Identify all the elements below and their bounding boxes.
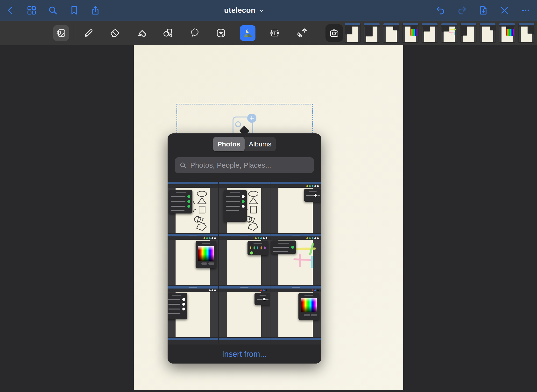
- mini-popup-title: [230, 192, 240, 193]
- mini-toolbar: [219, 289, 270, 292]
- tab-albums[interactable]: Albums: [245, 137, 276, 151]
- highlighter-tool[interactable]: [134, 25, 150, 41]
- mini-menu-label: [226, 196, 240, 197]
- drawing-toolbar: [0, 21, 537, 45]
- photo-thumbnail[interactable]: [219, 234, 270, 285]
- zoom-window-tool[interactable]: [53, 25, 69, 41]
- page-overview-icon[interactable]: [25, 3, 39, 17]
- mini-menu-label: [168, 313, 180, 314]
- mini-menu-row: [273, 246, 294, 249]
- page-thumbnail[interactable]: [499, 23, 515, 42]
- mini-menu-label: [168, 299, 180, 300]
- mini-toolbar-dot: [263, 237, 265, 239]
- mini-toolbar-dot: [214, 289, 216, 291]
- bookmark-icon[interactable]: [67, 3, 81, 17]
- share-icon[interactable]: [88, 3, 102, 17]
- mini-popup: [254, 293, 270, 305]
- photo-thumbnail[interactable]: [168, 286, 218, 337]
- search-icon: [179, 161, 187, 169]
- page-thumbnail[interactable]: [441, 23, 457, 42]
- image-tool[interactable]: [240, 25, 255, 41]
- mini-toggle: [242, 205, 245, 208]
- page-thumbnail[interactable]: [345, 23, 360, 42]
- mini-toolbar-dot: [309, 237, 311, 239]
- mini-menu-row: [168, 298, 185, 301]
- tab-photos[interactable]: Photos: [213, 137, 245, 151]
- mini-popup-buttons: [301, 314, 317, 316]
- mini-popup: [298, 293, 319, 320]
- camera-button[interactable]: [325, 24, 343, 42]
- page-thumbnail[interactable]: [403, 23, 418, 42]
- mini-toolbar: [219, 184, 270, 188]
- mini-popup: [304, 189, 321, 202]
- mini-titlebar: [219, 182, 270, 184]
- mini-color-dot: [250, 246, 252, 249]
- mini-titlebar: [441, 23, 457, 25]
- photo-thumbnail[interactable]: [168, 234, 218, 285]
- page-thumbnail[interactable]: [480, 23, 495, 42]
- mini-toolbar-dot: [204, 237, 205, 239]
- insert-from-button[interactable]: Insert from...: [168, 344, 321, 364]
- mini-titlebar: [270, 234, 321, 236]
- stop-editing-icon[interactable]: [497, 3, 511, 17]
- mini-menu-row: [171, 195, 190, 198]
- photo-thumbnail[interactable]: [219, 182, 270, 233]
- page-thumbnail[interactable]: [383, 23, 399, 42]
- photo-thumbnail[interactable]: [219, 286, 270, 337]
- add-image-badge[interactable]: [247, 114, 256, 123]
- photo-thumbnail[interactable]: [270, 182, 321, 233]
- mini-menu-row: [226, 200, 245, 203]
- photo-thumbnail[interactable]: [168, 182, 218, 233]
- redo-icon[interactable]: [455, 3, 469, 17]
- mini-menu-label: [226, 210, 239, 211]
- page-thumbnail[interactable]: [364, 23, 380, 42]
- mini-toolbar: [219, 236, 270, 240]
- mini-toolbar: [168, 289, 218, 292]
- mini-toolbar-dot: [206, 237, 208, 239]
- photo-search-input[interactable]: [190, 161, 310, 170]
- mini-menu-label: [171, 210, 184, 211]
- photo-thumbnail-partial[interactable]: [219, 338, 270, 344]
- stickers-tool[interactable]: [213, 25, 229, 41]
- mini-toggle: [291, 246, 294, 249]
- toolbar-separator: [74, 24, 74, 41]
- mini-titlebar: [168, 286, 218, 289]
- document-title[interactable]: utelecon: [224, 0, 265, 21]
- page-thumbnail[interactable]: [422, 23, 438, 42]
- eraser-tool[interactable]: [107, 25, 123, 41]
- mini-toolbar-dot: [263, 289, 265, 291]
- mini-popup: [345, 26, 352, 34]
- page-thumbnail[interactable]: [519, 23, 534, 42]
- mini-popup: [490, 26, 495, 30]
- mini-titlebar: [461, 23, 476, 25]
- mini-slider-track: [257, 299, 268, 300]
- pen-tool[interactable]: [81, 25, 96, 41]
- page-thumbnail[interactable]: [461, 23, 476, 42]
- photo-grid-partial-row: [168, 338, 321, 344]
- add-page-icon[interactable]: [476, 3, 490, 17]
- lasso-tool[interactable]: [187, 25, 202, 41]
- back-icon[interactable]: [3, 3, 17, 17]
- photo-thumbnail[interactable]: [270, 234, 321, 285]
- photo-thumbnail-partial[interactable]: [168, 338, 218, 344]
- mini-toolbar-dot: [312, 237, 313, 239]
- photo-thumbnail-partial[interactable]: [270, 338, 321, 344]
- mini-popup: [365, 26, 372, 36]
- mini-titlebar: [422, 23, 438, 25]
- more-options-icon[interactable]: [519, 3, 533, 17]
- mini-toolbar-dot: [260, 289, 262, 291]
- mini-titlebar: [499, 23, 515, 25]
- undo-icon[interactable]: [434, 3, 448, 17]
- mini-popup-title: [254, 243, 262, 244]
- text-tool[interactable]: [267, 25, 283, 41]
- mini-toolbar-dot: [312, 185, 313, 187]
- search-icon[interactable]: [46, 3, 60, 17]
- mini-color-dots: [250, 251, 266, 254]
- photo-thumbnail[interactable]: [270, 286, 321, 337]
- mini-color-dot: [254, 246, 255, 249]
- mini-toolbar-dot: [317, 185, 319, 187]
- mini-titlebar: [403, 23, 418, 25]
- photo-search-field[interactable]: [175, 157, 314, 173]
- shapes-tool[interactable]: [160, 25, 176, 41]
- laser-pointer-tool[interactable]: [294, 25, 309, 41]
